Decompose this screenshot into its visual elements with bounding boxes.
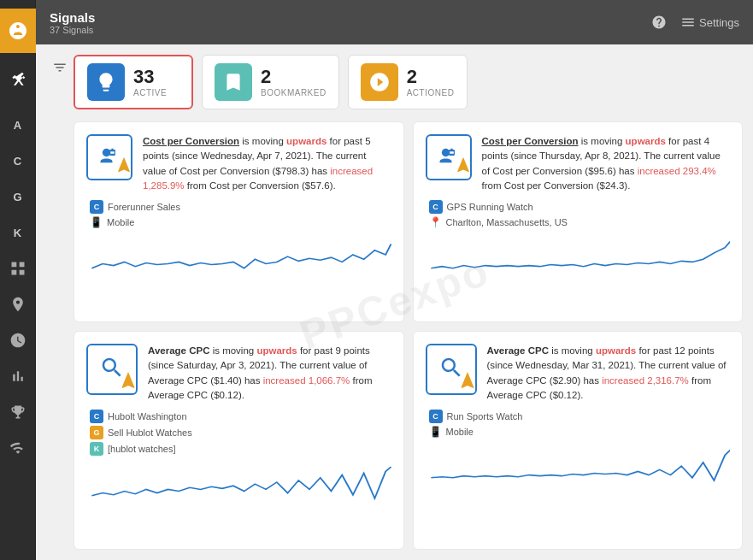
actioned-tab-icon: [361, 63, 398, 101]
signals-grid: Cost per Conversion is moving upwards fo…: [74, 121, 743, 550]
settings-label: Settings: [699, 16, 739, 29]
card-4-direction: is moving: [551, 345, 596, 356]
badge-c-2: C: [429, 200, 443, 214]
badge-c-4: C: [429, 410, 443, 423]
trophy-icon[interactable]: [6, 400, 30, 424]
nav-g[interactable]: G: [6, 185, 30, 209]
badge-c-3: C: [90, 410, 103, 423]
filter-icon[interactable]: [52, 60, 68, 78]
main-container: Signals 37 Signals Settings PPCexpo: [36, 0, 753, 560]
filter-sidebar: [46, 55, 74, 550]
card-1-icon-inner: [97, 144, 121, 171]
mobile-icon-4: 📱: [429, 426, 442, 438]
nav-a[interactable]: A: [6, 113, 30, 137]
card-4-direction-highlight: upwards: [596, 345, 636, 356]
card-4-metric: Average CPC: [487, 345, 549, 356]
card-2-metric: Cost per Conversion: [482, 136, 579, 146]
help-button[interactable]: [651, 15, 667, 30]
location-icon[interactable]: [6, 292, 30, 316]
tab-bookmarked[interactable]: 2 Bookmarked: [202, 55, 339, 109]
left-sidebar: A C G K: [0, 0, 36, 560]
badge-c-1: C: [90, 200, 103, 214]
card-4-company: Run Sports Watch: [447, 411, 523, 421]
signal-card-4: Average CPC is moving upwards for past 1…: [413, 331, 744, 550]
card-4-icon-inner: [438, 355, 464, 384]
card-2-text: Cost per Conversion is moving upwards fo…: [482, 134, 731, 193]
badge-g-3: G: [90, 426, 103, 439]
bookmarked-label: Bookmarked: [261, 88, 326, 97]
active-label: Active: [133, 88, 167, 97]
card-3-meta-3: K [hublot watches]: [90, 442, 391, 456]
card-3-icon: [86, 344, 138, 395]
card-4-meta-2: 📱 Mobile: [429, 426, 731, 438]
chart-icon[interactable]: [6, 364, 30, 388]
card-1-post: from Cost per Conversion ($57.6).: [187, 180, 336, 191]
card-1-meta-1: C Forerunner Sales: [90, 200, 391, 214]
signal-card-1: Cost per Conversion is moving upwards fo…: [74, 121, 404, 322]
card-2-body: Cost per Conversion is moving upwards fo…: [426, 134, 731, 193]
card-3-company: Hubolt Washington: [108, 411, 187, 421]
signals-icon[interactable]: [6, 436, 30, 460]
nav-k[interactable]: K: [6, 221, 30, 245]
header: Signals 37 Signals Settings: [36, 0, 753, 44]
actioned-label: Actioned: [407, 88, 455, 97]
header-right: Settings: [651, 15, 739, 30]
telescope-icon[interactable]: [6, 68, 30, 92]
clock-icon[interactable]: [6, 328, 30, 352]
card-1-body: Cost per Conversion is moving upwards fo…: [86, 134, 391, 193]
active-tab-icon: [87, 63, 125, 101]
card-4-chart: [426, 446, 731, 482]
card-3-direction-highlight: upwards: [256, 345, 297, 356]
card-4-change: increased 2,316.7%: [602, 375, 689, 386]
active-tab-info: 33 Active: [133, 68, 167, 97]
grid-icon[interactable]: [6, 256, 30, 280]
card-4-arrow: [457, 370, 478, 394]
card-3-meta-1: C Hubolt Washington: [90, 410, 391, 423]
card-4-meta-1: C Run Sports Watch: [429, 410, 731, 423]
svg-point-1: [441, 149, 449, 156]
card-2-post: from Cost per Conversion ($24.3).: [482, 180, 631, 191]
card-4-text: Average CPC is moving upwards for past 1…: [487, 344, 731, 403]
header-left: Signals 37 Signals: [50, 10, 95, 35]
settings-button[interactable]: Settings: [680, 15, 739, 30]
card-2-direction-highlight: upwards: [626, 136, 666, 146]
card-1-device: Mobile: [107, 217, 134, 227]
card-3-keyword: [hublot watches]: [108, 444, 176, 454]
badge-k-3: K: [90, 442, 103, 456]
card-3-direction: is moving: [213, 345, 257, 356]
bookmarked-tab-icon: [215, 63, 252, 101]
actioned-tab-info: 2 Actioned: [407, 68, 455, 97]
bookmarked-tab-info: 2 Bookmarked: [261, 68, 326, 97]
card-4-body: Average CPC is moving upwards for past 1…: [426, 344, 731, 403]
card-2-chart: [426, 237, 731, 273]
nav-c[interactable]: C: [6, 149, 30, 173]
tab-actioned[interactable]: 2 Actioned: [348, 55, 468, 109]
card-1-chart: [86, 237, 391, 273]
app-title: Signals: [50, 10, 95, 25]
card-3-body: Average CPC is moving upwards for past 9…: [86, 344, 391, 403]
card-2-change: increased 293.4%: [638, 166, 716, 176]
card-1-direction-highlight: upwards: [286, 136, 326, 146]
svg-point-0: [103, 149, 110, 156]
card-1-metric: Cost per Conversion: [143, 136, 239, 146]
signal-card-2: Cost per Conversion is moving upwards fo…: [413, 121, 744, 322]
card-1-meta-2: 📱 Mobile: [90, 216, 391, 228]
app-subtitle: 37 Signals: [50, 25, 95, 35]
card-3-meta-2: G Sell Hublot Watches: [90, 426, 391, 439]
card-2-direction: is moving: [581, 136, 626, 146]
content-area: 33 Active 2 Bookmarked: [36, 44, 753, 560]
content-wrapper: PPCexpo 33: [36, 44, 753, 560]
card-4-device: Mobile: [446, 427, 474, 437]
card-1-company: Forerunner Sales: [108, 202, 180, 212]
card-2-meta-2: 📍 Charlton, Massachusetts, US: [429, 216, 731, 228]
card-1-arrow: [115, 156, 133, 178]
main-content: 33 Active 2 Bookmarked: [74, 55, 743, 550]
card-2-location: Charlton, Massachusetts, US: [446, 217, 568, 227]
card-4-icon: [426, 344, 477, 395]
mobile-icon-1: 📱: [90, 216, 103, 228]
card-3-change: increased 1,066.7%: [263, 375, 350, 386]
card-2-company: GPS Running Watch: [447, 202, 533, 212]
tab-active[interactable]: 33 Active: [74, 55, 193, 109]
actioned-count: 2: [407, 68, 455, 86]
brand-icon: [0, 9, 36, 53]
